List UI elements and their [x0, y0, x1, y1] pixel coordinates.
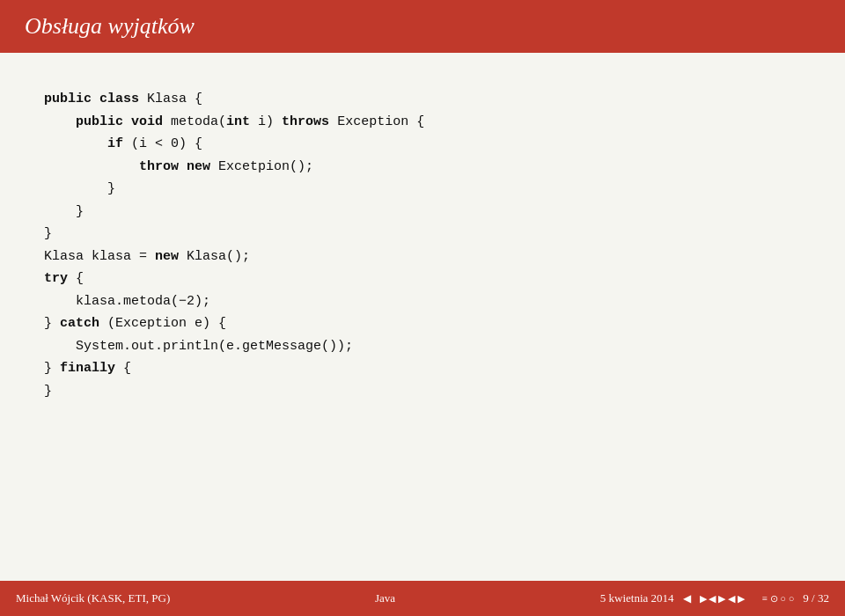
code-line: }: [44, 201, 801, 224]
slide-content: public class Klasa { public void metoda(…: [0, 53, 845, 563]
code-line: throw new Excetpion();: [44, 156, 801, 179]
code-line: public void metoda(int i) throws Excepti…: [44, 111, 801, 134]
beamer-icons: ≡ ⊙ ○ ○: [762, 593, 795, 605]
code-line: klasa.metoda(−2);: [44, 290, 801, 313]
code-line: } finally {: [44, 357, 801, 380]
code-line: public class Klasa {: [44, 88, 801, 111]
code-line: System.out.println(e.getMessage());: [44, 335, 801, 358]
nav-arrows: ▶ ◀ ▶ ◀ ▶: [700, 593, 745, 605]
footer-author: Michał Wójcik (KASK, ETI, PG): [16, 591, 170, 605]
page-indicator: 9 / 32: [803, 591, 829, 605]
code-block: public class Klasa { public void metoda(…: [44, 88, 801, 402]
code-line: }: [44, 223, 801, 246]
slide-title: Obsługa wyjątków: [25, 13, 195, 40]
code-line: }: [44, 178, 801, 201]
nav-prev-icon[interactable]: ◀: [683, 592, 691, 605]
code-line: } catch (Exception e) {: [44, 312, 801, 335]
code-line: }: [44, 380, 801, 403]
code-line: Klasa klasa = new Klasa();: [44, 246, 801, 268]
slide-footer: Michał Wójcik (KASK, ETI, PG) Java 5 kwi…: [0, 581, 845, 616]
footer-right: 5 kwietnia 2014 ◀ ▶ ◀ ▶ ◀ ▶ ≡ ⊙ ○ ○ 9 / …: [600, 591, 829, 605]
code-line: try {: [44, 268, 801, 290]
code-line: if (i < 0) {: [44, 133, 801, 156]
slide-header: Obsługa wyjątków: [0, 0, 845, 53]
footer-topic: Java: [375, 591, 395, 605]
